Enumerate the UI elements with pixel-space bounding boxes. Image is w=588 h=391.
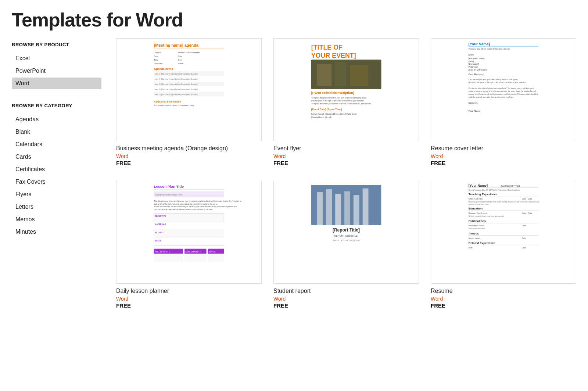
svg-text:Additional Information: Additional Information [154, 100, 181, 103]
svg-text:Item 2 - [Summary]     Agenda : Item 2 - [Summary] Agenda Item Descripti… [155, 78, 198, 80]
svg-text:Date: Date [178, 55, 182, 57]
svg-text:Dear [Recipient],: Dear [Recipient], [469, 73, 485, 75]
svg-text:Role: Role [469, 246, 473, 248]
svg-text:Related Experience: Related Experience [469, 241, 496, 245]
svg-rect-39 [463, 39, 544, 141]
svg-text:Date: Date [522, 246, 526, 248]
sidebar-category-flyers[interactable]: Flyers [12, 189, 101, 200]
svg-rect-29 [317, 64, 332, 86]
template-product-lesson-planner: Word [116, 296, 262, 302]
svg-rect-89 [184, 254, 207, 262]
template-card-lesson-planner[interactable]: Lesson Plan Title Subject Teacher Name D… [116, 181, 262, 309]
svg-text:Add additional lines here...: Add additional lines here... [469, 203, 490, 205]
sidebar-product-excel[interactable]: Excel [12, 53, 101, 64]
template-name-student-report: Student report [273, 287, 419, 295]
template-thumbnail-student-report: [Report Title] REPORT SUBTITLE] [Name] |… [273, 181, 419, 284]
template-grid: [Meeting name] agenda Location Address o… [116, 38, 576, 309]
svg-text:Sincerely,: Sincerely, [469, 102, 478, 104]
template-product-resume-cover: Word [431, 153, 576, 159]
template-card-student-report[interactable]: [Report Title] REPORT SUBTITLE] [Name] |… [273, 181, 419, 309]
template-name-resume-cover: Resume cover letter [431, 145, 576, 153]
svg-text:To replace the photo, just del: To replace the photo, just delete it and… [311, 103, 372, 105]
svg-text:Award name: Award name [469, 237, 480, 239]
sidebar-category-agendas[interactable]: Agendas [12, 114, 101, 125]
sidebar-category-calendars[interactable]: Calendars [12, 139, 101, 150]
svg-text:Teaching Experience: Teaching Experience [469, 193, 498, 196]
sidebar-category-fax-covers[interactable]: Fax Covers [12, 176, 101, 188]
svg-text:[Meeting name] agenda: [Meeting name] agenda [154, 43, 199, 47]
svg-text:Name: Name [178, 62, 183, 65]
svg-text:Item 1 - [Summary]     Agenda : Item 1 - [Summary] Agenda Item Descripti… [155, 73, 198, 75]
template-card-event-flyer[interactable]: [TITLE OF YOUR EVENT] [Event Subtitle/De… [273, 38, 419, 166]
sidebar-category-minutes[interactable]: Minutes [12, 226, 101, 238]
svg-rect-99 [311, 185, 381, 225]
svg-text:read like a novel, no matter h: read like a novel, no matter how great a… [469, 96, 514, 98]
svg-text:MATERIALS: MATERIALS [155, 223, 166, 225]
svg-text:Time: Time [178, 59, 182, 61]
template-product-resume: Word [431, 296, 576, 302]
sidebar-product-word[interactable]: Word [12, 78, 101, 89]
svg-text:Item 3 - [Summary]     Agenda : Item 3 - [Summary] Agenda Item Descripti… [155, 83, 198, 85]
template-price-lesson-planner: FREE [116, 302, 262, 309]
svg-text:Item 4 - [Summary]     Agenda : Item 4 - [Summary] Agenda Item Descripti… [155, 89, 198, 90]
svg-text:include space to the right or : include space to the right or left of th… [311, 100, 365, 102]
template-name-lesson-planner: Daily lesson planner [116, 287, 262, 295]
sidebar-category-letters[interactable]: Letters [12, 201, 101, 213]
svg-text:ASSESSMENT 2: ASSESSMENT 2 [185, 250, 201, 252]
template-name-agenda-orange: Business meeting agenda (Orange design) [116, 145, 262, 153]
svg-text:[Venue Name], [Street Address]: [Venue Name], [Street Address], [City, S… [311, 113, 357, 115]
svg-text:Item 5 - [Summary]     Agenda : Item 5 - [Summary] Agenda Item Descripti… [155, 94, 198, 96]
template-thumbnail-resume: [Your Name] | Curriculum Vitae [Street A… [431, 181, 576, 284]
template-product-event-flyer: Word [273, 153, 419, 159]
svg-text:Date: Date [522, 237, 526, 239]
svg-rect-88 [154, 254, 183, 262]
svg-text:[Street Address, City, ST, ZIP: [Street Address, City, ST, ZIP Code] [Te… [469, 189, 520, 191]
svg-text:Address or room number: Address or room number [178, 51, 200, 54]
template-card-resume[interactable]: [Your Name] | Curriculum Vitae [Street A… [431, 181, 576, 309]
svg-rect-76 [154, 229, 224, 237]
svg-text:Location: Location [154, 51, 162, 54]
template-thumbnail-resume-cover: [Your Name] [Address, City, ST ZIP Code]… [431, 38, 576, 141]
template-card-resume-cover[interactable]: [Your Name] [Address, City, ST ZIP Code]… [431, 38, 576, 166]
svg-text:[TITLE OF: [TITLE OF [311, 44, 343, 51]
svg-text:Office / Job Title: Office / Job Title [469, 197, 483, 200]
sidebar-category-cards[interactable]: Cards [12, 151, 101, 163]
svg-rect-31 [350, 65, 368, 86]
svg-text:To add an additional row to th: To add an additional row to the section … [154, 206, 237, 208]
sidebar-category-certificates[interactable]: Certificates [12, 164, 101, 175]
svg-text:[Title]: [Title] [469, 60, 474, 62]
svg-text:course; don't forget to ask fo: course; don't forget to ask for the inte… [469, 93, 538, 95]
svg-text:Awards: Awards [469, 232, 479, 235]
svg-text:Agenda Items: Agenda Items [154, 67, 173, 71]
svg-text:[Address, City, ST ZIP Code] |: [Address, City, ST ZIP Code] | [Telephon… [469, 48, 510, 50]
svg-text:[Report Title]: [Report Title] [333, 227, 360, 233]
template-card-agenda-orange[interactable]: [Meeting name] agenda Location Address o… [116, 38, 262, 166]
svg-text:Don't include space to the rig: Don't include space to the right or left… [469, 82, 527, 83]
svg-text:REPORT SUBTITLE]: REPORT SUBTITLE] [334, 234, 358, 237]
svg-text:[Your Name]: [Your Name] [469, 184, 488, 187]
main-layout: BROWSE BY PRODUCT ExcelPowerPointWord BR… [0, 38, 588, 323]
svg-text:Date - Date: Date - Date [522, 212, 532, 214]
svg-text:[Web Address], [Email]: [Web Address], [Email] [311, 116, 332, 118]
sidebar-product-powerpoint[interactable]: PowerPoint [12, 65, 101, 77]
template-name-resume: Resume [431, 287, 576, 295]
svg-text:|  Curriculum Vitae: | Curriculum Vitae [500, 184, 520, 187]
template-thumbnail-event-flyer: [TITLE OF YOUR EVENT] [Event Subtitle/De… [273, 38, 419, 141]
template-product-student-report: Word [273, 296, 419, 302]
sidebar-category-blank[interactable]: Blank [12, 126, 101, 138]
sidebar-category-memos[interactable]: Memos [12, 214, 101, 225]
svg-text:Lesson Plan Title: Lesson Plan Title [154, 184, 184, 189]
svg-text:Degree / Certification: Degree / Certification [469, 212, 487, 214]
template-product-agenda-orange: Word [116, 153, 262, 159]
browse-by-product-label: BROWSE BY PRODUCT [12, 42, 101, 48]
svg-text:[Event Subtitle/Description]: [Event Subtitle/Description] [311, 91, 354, 95]
svg-text:NOTES: NOTES [155, 240, 162, 242]
template-price-resume-cover: FREE [431, 160, 576, 166]
svg-text:Time: Time [154, 59, 158, 61]
svg-text:[Company]: [Company] [469, 63, 479, 65]
content-area: [Meeting name] agenda Location Address o… [110, 38, 588, 309]
template-name-event-flyer: Event flyer [273, 145, 419, 153]
svg-text:Facilitator: Facilitator [154, 62, 163, 65]
svg-text:Date: Date [522, 225, 526, 227]
svg-text:both or left of the item here : both or left of the item here and can to… [154, 203, 218, 205]
